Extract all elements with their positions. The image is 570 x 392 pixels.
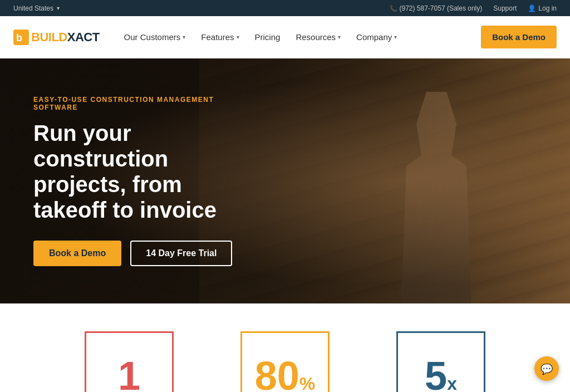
logo-text: BUILDXACT bbox=[31, 30, 100, 45]
svg-text:b: b bbox=[16, 32, 22, 43]
top-bar: United States ▾ (972) 587-7057 (Sales on… bbox=[0, 0, 570, 16]
phone-link[interactable]: (972) 587-7057 (Sales only) bbox=[390, 4, 483, 12]
stats-section: 1 Platform,many tools Easily transition … bbox=[0, 303, 570, 392]
stat-number-takeoffs: 80% bbox=[255, 356, 316, 392]
nav-pricing-label: Pricing bbox=[255, 32, 281, 42]
nav-company-label: Company bbox=[356, 32, 392, 42]
stat-box-quoting: 5x bbox=[396, 331, 485, 392]
hero-free-trial-button[interactable]: 14 Day Free Trial bbox=[130, 241, 232, 266]
user-icon bbox=[528, 4, 536, 12]
nav-links: Our Customers ▾ Features ▾ Pricing Resou… bbox=[117, 28, 481, 46]
phone-icon bbox=[390, 4, 397, 12]
hero-buttons: Book a Demo 14 Day Free Trial bbox=[33, 241, 256, 266]
nav-customers-label: Our Customers bbox=[124, 32, 181, 42]
support-link[interactable]: Support bbox=[493, 4, 517, 12]
nav-features[interactable]: Features ▾ bbox=[194, 28, 245, 46]
nav-resources-label: Resources bbox=[296, 32, 336, 42]
chat-icon bbox=[540, 362, 553, 375]
stat-card-quoting: 5x Quicker quotingprocess Connect with y… bbox=[363, 331, 519, 392]
hero-content: EASY-TO-USE CONSTRUCTION MANAGEMENT SOFT… bbox=[0, 96, 289, 266]
country-label: United States bbox=[13, 4, 53, 12]
nav-customers[interactable]: Our Customers ▾ bbox=[117, 28, 193, 46]
login-link[interactable]: Log in bbox=[528, 4, 557, 12]
chat-bubble-button[interactable] bbox=[534, 356, 559, 381]
resources-dropdown-arrow: ▾ bbox=[338, 34, 341, 40]
top-bar-right: (972) 587-7057 (Sales only) Support Log … bbox=[390, 4, 557, 12]
stat-card-platform: 1 Platform,many tools Easily transition … bbox=[51, 331, 207, 392]
logo-icon: b bbox=[13, 30, 29, 45]
nav-company[interactable]: Company ▾ bbox=[350, 28, 404, 46]
company-dropdown-arrow: ▾ bbox=[394, 34, 397, 40]
stat-number-platform: 1 bbox=[118, 356, 140, 392]
nav-pricing[interactable]: Pricing bbox=[248, 28, 287, 46]
country-dropdown-arrow: ▾ bbox=[57, 5, 60, 11]
hero-book-demo-button[interactable]: Book a Demo bbox=[33, 241, 121, 266]
nav-resources[interactable]: Resources ▾ bbox=[289, 28, 347, 46]
stat-card-takeoffs: 80% Fastertakeoffs Forget time consuming… bbox=[207, 331, 363, 392]
main-nav: b BUILDXACT Our Customers ▾ Features ▾ P… bbox=[0, 16, 570, 58]
country-selector[interactable]: United States ▾ bbox=[13, 4, 60, 12]
hero-tag: EASY-TO-USE CONSTRUCTION MANAGEMENT SOFT… bbox=[33, 96, 256, 111]
stat-box-takeoffs: 80% bbox=[240, 331, 330, 392]
stat-box-platform: 1 bbox=[85, 331, 174, 392]
nav-features-label: Features bbox=[201, 32, 234, 42]
hero-title: Run your construction projects, from tak… bbox=[33, 120, 256, 223]
features-dropdown-arrow: ▾ bbox=[237, 34, 239, 40]
customers-dropdown-arrow: ▾ bbox=[183, 34, 185, 40]
phone-number: (972) 587-7057 (Sales only) bbox=[400, 4, 483, 12]
nav-book-demo-button[interactable]: Book a Demo bbox=[481, 26, 557, 48]
stat-number-quoting: 5x bbox=[425, 356, 457, 392]
hero-section: EASY-TO-USE CONSTRUCTION MANAGEMENT SOFT… bbox=[0, 58, 570, 303]
login-label: Log in bbox=[538, 4, 557, 12]
logo[interactable]: b BUILDXACT bbox=[13, 30, 100, 45]
support-label: Support bbox=[493, 4, 517, 12]
